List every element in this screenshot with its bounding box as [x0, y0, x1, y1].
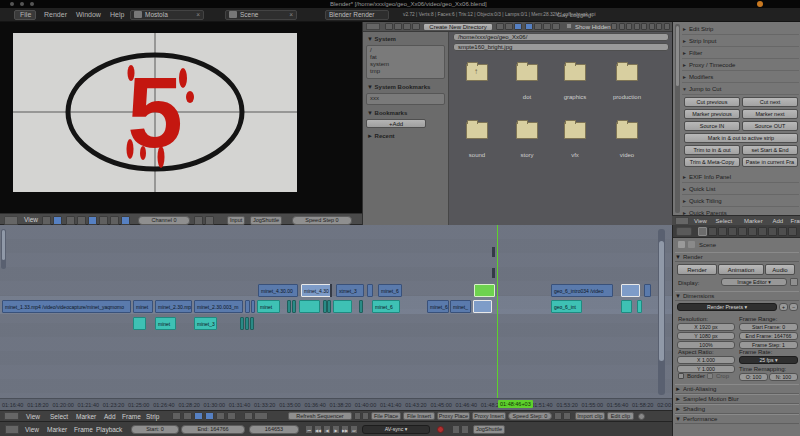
button-render[interactable]: Render [677, 264, 717, 275]
button-file-place[interactable]: File Place [371, 412, 401, 420]
strip-minet[interactable]: minet [257, 300, 280, 313]
panel-jump-to-cut[interactable]: ▼ Jump to Cut [682, 84, 799, 95]
toggle-icon[interactable] [121, 216, 130, 225]
toggle-icon[interactable] [205, 216, 214, 225]
av-sync-dropdown[interactable]: AV-sync ▾ [362, 425, 430, 434]
resolution-field-2[interactable]: 100% [677, 341, 735, 349]
strip[interactable] [299, 300, 320, 313]
button-source-out[interactable]: Source OUT [742, 121, 798, 131]
editor-type-icon[interactable] [366, 23, 380, 30]
playback-button-1[interactable]: ◀◀ [314, 425, 322, 434]
sort-alpha-icon[interactable] [525, 23, 533, 30]
resolution-field-1[interactable]: Y 1080 px [677, 332, 735, 340]
strip-minet_2.30.mp[interactable]: minet_2.30.mp [155, 300, 192, 313]
end-frame-field[interactable]: End: 164766 [181, 425, 245, 434]
speed-step-field[interactable]: Speed Step 0 [292, 216, 352, 225]
snap-menu-icon[interactable] [254, 412, 268, 420]
forward-icon[interactable] [394, 23, 402, 30]
strip[interactable] [644, 284, 651, 297]
strip-minet_6.3[interactable]: minet_6.3 [427, 300, 449, 313]
window-button[interactable] [30, 2, 34, 6]
panel-sampled-motion-blur[interactable]: ► Sampled Motion Blur [675, 394, 799, 404]
panel-proxy-timecode[interactable]: ► Proxy / Timecode [682, 60, 799, 71]
edit-clip-button[interactable]: Edit clip [607, 412, 634, 420]
button-cut-previous[interactable]: Cut previous [684, 97, 740, 107]
framerate-dropdown[interactable]: 25 fps ▾ [739, 356, 798, 364]
filter-icon[interactable] [619, 23, 625, 30]
folder-production[interactable]: production [603, 64, 651, 100]
strip[interactable] [621, 284, 640, 297]
button-paste-in-current-fra[interactable]: Paste in current Fra [742, 157, 798, 167]
dimensions-panel-header[interactable]: ▼Dimensions [675, 291, 799, 301]
strip-minet_[interactable]: minet_ [450, 300, 471, 313]
filter-icon[interactable] [626, 23, 632, 30]
menu-file[interactable]: File [20, 11, 31, 18]
menu-view[interactable]: View [25, 426, 39, 433]
import-clip-button[interactable]: Import clip [575, 412, 605, 420]
bookmarks-label[interactable]: ▼ Bookmarks [367, 110, 407, 116]
render-engine-selector[interactable]: Blender Render [325, 10, 389, 20]
folder-parent[interactable]: ↑ [453, 64, 501, 94]
panel-performance[interactable]: ▼ Performance [675, 414, 799, 424]
panel-quick-titling[interactable]: ► Quick Titling [682, 196, 799, 207]
properties-tab-1[interactable] [708, 227, 717, 236]
properties-tab-6[interactable] [758, 227, 767, 236]
panel-strip-input[interactable]: ► Strip Input [682, 36, 799, 47]
folder-story[interactable]: story [503, 122, 551, 158]
strip[interactable] [292, 300, 296, 313]
button-mark-in-out[interactable]: Mark in & out to active strip [684, 133, 798, 143]
add-bookmark-button[interactable]: + Add [366, 119, 426, 128]
strip[interactable] [327, 300, 331, 313]
vse-scrollbar-vertical[interactable] [658, 229, 665, 395]
filter-icon[interactable] [649, 23, 655, 30]
aspect-field-1[interactable]: Y 1.000 [677, 365, 735, 373]
panel-modifiers[interactable]: ► Modifiers [682, 72, 799, 83]
strip-xtmet_3[interactable]: xtmet_3 [336, 284, 364, 297]
remove-preset-button[interactable]: − [789, 303, 798, 311]
toggle-icon[interactable] [66, 216, 75, 225]
filter-icon[interactable] [611, 23, 617, 30]
folder-dot[interactable]: dot [503, 64, 551, 100]
show-hidden-checkbox[interactable] [566, 23, 572, 29]
properties-tab-5[interactable] [748, 227, 757, 236]
sort-ext-icon[interactable] [534, 23, 542, 30]
menu-help[interactable]: Help [110, 11, 124, 18]
record-button[interactable] [437, 426, 444, 433]
toggle-icon[interactable] [205, 412, 214, 420]
frame-range-field-2[interactable]: Frame Step: 1 [739, 341, 798, 349]
toggle-icon[interactable] [77, 216, 86, 225]
toggle-icon[interactable] [194, 412, 203, 420]
jogshuttle-button[interactable]: JogShuttle [250, 216, 282, 225]
strip[interactable] [621, 300, 632, 313]
aspect-field-0[interactable]: X 1.000 [677, 356, 735, 364]
editor-type-icon[interactable] [4, 216, 18, 225]
resolution-field-0[interactable]: X 1920 px [677, 323, 735, 331]
strip-minet_6[interactable]: minet_6 [378, 284, 402, 297]
snap-icon[interactable] [244, 412, 253, 420]
button-proxy-place[interactable]: Proxy Place [437, 412, 470, 420]
refresh-icon[interactable] [412, 23, 420, 30]
toggle-icon[interactable] [99, 216, 108, 225]
strip[interactable] [245, 300, 250, 313]
properties-tab-0[interactable] [698, 227, 707, 236]
menu-add[interactable]: Add [104, 413, 116, 420]
sort-size-icon[interactable] [552, 23, 560, 30]
folder-video[interactable]: video [603, 122, 651, 158]
strip-minet_3[interactable]: minet_3 [194, 317, 217, 330]
strip-minet_2.30.003_m[interactable]: minet_2.30.003_m [194, 300, 243, 313]
menu-add[interactable]: Add [772, 218, 783, 224]
properties-tab-9[interactable] [788, 227, 797, 236]
create-directory-button[interactable]: Create New Directory [423, 23, 493, 31]
filter-icon[interactable] [656, 23, 662, 30]
strip-geo_6_intro034[interactable]: geo_6_intro034 /video [551, 284, 613, 297]
menu-select[interactable]: Select [50, 413, 68, 420]
toggle-icon[interactable] [172, 412, 181, 420]
bookmark-item[interactable]: xxx [367, 94, 444, 101]
menu-frame[interactable]: Frame [791, 218, 800, 224]
strip[interactable] [240, 317, 244, 330]
remap-field-1[interactable]: N: 100 [769, 373, 798, 381]
system-item-[interactable]: / [367, 46, 444, 53]
strip-minet_4.30[interactable]: minet_4.30 [301, 284, 331, 297]
toggle-icon[interactable] [110, 216, 119, 225]
button-proxy-insert[interactable]: Proxy Insert [472, 412, 506, 420]
